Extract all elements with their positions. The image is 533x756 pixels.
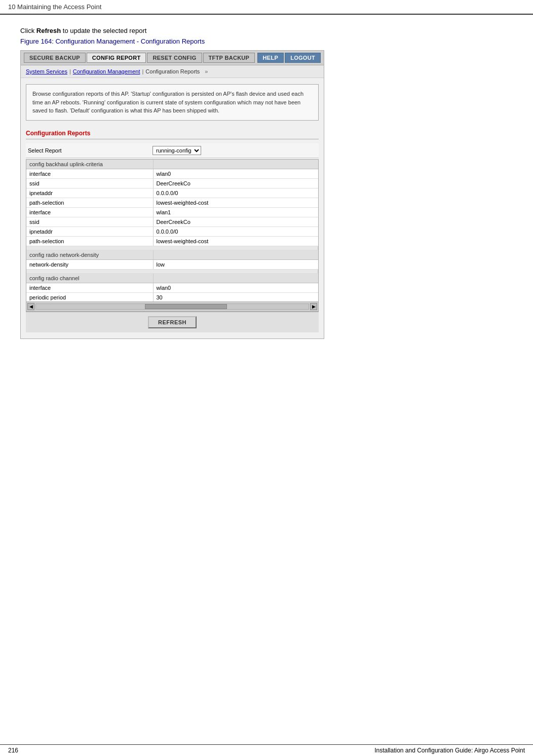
select-report-label: Select Report [26,147,153,154]
intro-text-after: to update the selected report [61,27,146,34]
group-cell: config backhaul uplink-criteria [26,160,153,169]
config-key: network-density [26,259,153,269]
help-button[interactable]: HELP [257,53,284,63]
table-row: interfacewlan0 [26,283,318,292]
table-row: config radio channel [26,273,318,283]
table-row: path-selectionlowest-weighted-cost [26,236,318,246]
scroll-right-arrow[interactable]: ▶ [310,303,317,310]
intro-paragraph: Click Refresh to update the selected rep… [20,27,513,34]
chapter-header: 10 Maintaining the Access Point [0,0,533,15]
config-key: ssid [26,217,153,226]
top-nav: SECURE BACKUP CONFIG REPORT RESET CONFIG… [21,51,324,65]
intro-text-before: Click [20,27,36,34]
config-key: path-selection [26,198,153,207]
config-value: 0.0.0.0/0 [153,188,318,198]
config-value: 0.0.0.0/0 [153,226,318,236]
figure-title: Configuration Management - Configuration… [54,37,205,45]
table-row [26,269,318,273]
table-row: ssidDeerCreekCo [26,178,318,188]
config-value: lowest-weighted-cost [153,198,318,207]
config-value: wlan0 [153,283,318,292]
scroll-thumb[interactable] [145,304,226,309]
table-row: config radio network-density [26,250,318,259]
group-value [153,160,318,169]
description-box: Browse configuration reports of this AP.… [26,84,319,121]
scroll-left-arrow[interactable]: ◀ [27,303,34,310]
table-row: ipnetaddr0.0.0.0/0 [26,226,318,236]
config-key: interface [26,169,153,178]
figure-caption: Figure 164: Configuration Management - C… [20,37,513,45]
config-key: interface [26,283,153,292]
tab-config-report[interactable]: CONFIG REPORT [87,53,146,63]
table-row: ipnetaddr0.0.0.0/0 [26,188,318,198]
config-key: ipnetaddr [26,188,153,198]
breadcrumb-sep-1: | [69,68,71,74]
table-row: path-selectionlowest-weighted-cost [26,198,318,207]
config-value: DeerCreekCo [153,178,318,188]
config-key: ipnetaddr [26,226,153,236]
config-key: interface [26,207,153,217]
breadcrumb-system-services[interactable]: System Services [26,68,67,74]
breadcrumb: System Services | Configuration Manageme… [21,65,324,78]
table-row: network-densitylow [26,259,318,269]
config-key: periodic period [26,292,153,301]
config-value: DeerCreekCo [153,217,318,226]
description-text: Browse configuration reports of this AP.… [32,91,303,114]
table-scroll[interactable]: config backhaul uplink-criteriainterface… [26,160,318,301]
config-key: ssid [26,178,153,188]
tab-tftp-backup[interactable]: TFTP BACKUP [203,53,255,63]
select-report-row: Select Report running-config startup-con… [26,143,319,158]
config-value: lowest-weighted-cost [153,236,318,246]
config-table: config backhaul uplink-criteriainterface… [26,160,318,301]
page-content: Click Refresh to update the selected rep… [0,15,533,351]
refresh-button[interactable]: REFRESH [148,316,197,328]
select-report-dropdown[interactable]: running-config startup-config default-co… [153,146,201,155]
logout-button[interactable]: LOGOUT [285,53,321,63]
breadcrumb-config-mgmt[interactable]: Configuration Management [73,68,140,74]
breadcrumb-current: Configuration Reports [145,68,200,74]
intro-bold: Refresh [36,27,61,34]
scroll-track[interactable] [35,304,309,310]
table-row: periodic period30 [26,292,318,301]
table-row: interfacewlan0 [26,169,318,178]
section-title-text: Configuration Reports [26,130,90,137]
breadcrumb-sep-2: | [142,68,143,74]
button-row: REFRESH [26,312,319,332]
tab-reset-config[interactable]: RESET CONFIG [147,53,202,63]
table-row: config backhaul uplink-criteria [26,160,318,169]
config-value: 30 [153,292,318,301]
group-cell: config radio network-density [26,250,153,259]
chapter-title: 10 Maintaining the Access Point [8,3,101,11]
config-key: path-selection [26,236,153,246]
table-row: ssidDeerCreekCo [26,217,318,226]
ui-frame: SECURE BACKUP CONFIG REPORT RESET CONFIG… [20,50,324,339]
group-cell: config radio channel [26,273,153,283]
spacer-cell [26,246,318,250]
config-value: low [153,259,318,269]
tab-secure-backup[interactable]: SECURE BACKUP [24,53,86,63]
section-title: Configuration Reports [26,128,319,139]
table-row [26,246,318,250]
config-value: wlan0 [153,169,318,178]
table-row: interfacewlan1 [26,207,318,217]
figure-label: Figure 164: [20,37,54,45]
config-table-wrapper: config backhaul uplink-criteriainterface… [26,159,319,312]
config-value: wlan1 [153,207,318,217]
main-area: Browse configuration reports of this AP.… [21,78,324,338]
group-value [153,273,318,283]
horizontal-scrollbar[interactable]: ◀ ▶ [26,301,318,311]
breadcrumb-arrow: » [205,68,208,74]
spacer-cell [26,269,318,273]
group-value [153,250,318,259]
